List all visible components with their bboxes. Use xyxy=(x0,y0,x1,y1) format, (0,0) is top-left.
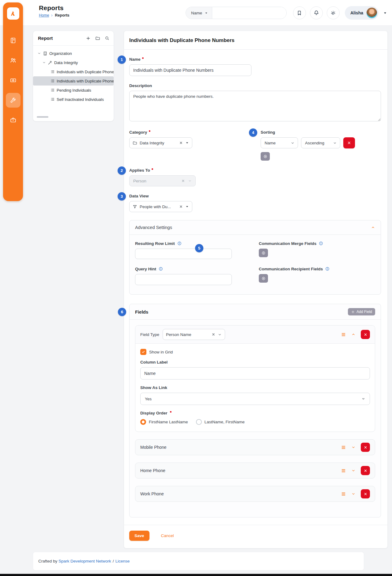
info-icon[interactable] xyxy=(325,266,330,271)
save-button[interactable]: Save xyxy=(129,531,149,541)
sidebar-item-groups[interactable] xyxy=(6,53,21,68)
rock-logo[interactable] xyxy=(7,7,19,20)
clear-icon xyxy=(181,179,185,183)
sidebar-item-admin[interactable] xyxy=(6,113,21,128)
bookmark-button[interactable] xyxy=(293,6,306,19)
delete-field-button[interactable] xyxy=(361,489,370,498)
breadcrumb-current: Reports xyxy=(55,13,69,17)
description-field-group: Description People who have duplicate ph… xyxy=(129,83,381,123)
checkbox-checked[interactable] xyxy=(140,349,146,355)
chevron-down-icon[interactable] xyxy=(37,51,41,55)
people-icon xyxy=(10,57,17,64)
search-input[interactable] xyxy=(212,7,286,19)
delete-field-button[interactable] xyxy=(361,330,370,339)
tree-item-data-integrity[interactable]: Data Integrity xyxy=(33,58,114,67)
cancel-link[interactable]: Cancel xyxy=(161,533,174,538)
description-textarea[interactable]: People who have duplicate phone numbers. xyxy=(129,91,381,121)
sort-field-select[interactable]: Name xyxy=(261,137,298,148)
sorting-field-group: 4 Sorting Name Ascending xyxy=(261,130,381,161)
required-dot xyxy=(170,411,172,413)
tree-item-report[interactable]: Pending Individuals xyxy=(33,86,114,95)
footer-spark-link[interactable]: Spark Development Network xyxy=(58,559,111,563)
info-icon[interactable] xyxy=(318,241,323,246)
info-icon[interactable] xyxy=(177,241,182,246)
page-title: Reports xyxy=(39,4,70,12)
required-dot xyxy=(152,168,153,170)
caret-down-icon xyxy=(361,397,365,401)
chevron-up-icon[interactable] xyxy=(371,225,375,230)
caret-down-icon[interactable] xyxy=(185,141,189,145)
expand-field-icon[interactable] xyxy=(351,468,356,473)
radio-unselected[interactable] xyxy=(196,419,202,425)
sidebar-item-tools[interactable] xyxy=(6,93,21,108)
field-type-picker[interactable]: Person Name xyxy=(163,329,225,340)
name-label: Name xyxy=(129,57,141,62)
delete-field-button[interactable] xyxy=(361,443,370,452)
user-menu[interactable]: Alisha xyxy=(345,6,379,20)
radio-firstname-lastname[interactable]: FirstName LastName xyxy=(140,419,188,425)
sort-direction-select[interactable]: Ascending xyxy=(301,137,340,148)
chevron-down-icon[interactable] xyxy=(42,61,46,64)
report-tree: Organization Data Integrity Individuals … xyxy=(33,46,114,104)
caret-down-icon[interactable] xyxy=(185,205,189,208)
user-name: Alisha xyxy=(350,10,363,15)
drag-handle-icon[interactable] xyxy=(341,445,346,450)
data-view-picker[interactable]: People with Du... xyxy=(129,201,192,212)
name-input[interactable] xyxy=(129,64,251,76)
column-label-input[interactable] xyxy=(140,367,370,380)
search-filter-dropdown[interactable]: Name xyxy=(186,7,212,19)
show-as-link-label: Show As Link xyxy=(140,385,167,390)
tree-item-organization[interactable]: Organization xyxy=(33,49,114,58)
notifications-button[interactable] xyxy=(310,6,323,19)
drag-handle-icon[interactable] xyxy=(341,332,346,337)
expand-field-icon[interactable] xyxy=(351,492,356,496)
applies-to-select: Person xyxy=(129,175,196,186)
folder-icon[interactable] xyxy=(95,36,100,41)
name-field-group: 1 Name xyxy=(129,57,381,76)
fields-section: 6 Fields Add Field Field Type Person Nam… xyxy=(129,304,381,517)
breadcrumb-home-link[interactable]: Home xyxy=(39,13,49,17)
category-picker[interactable]: Data Integrity xyxy=(129,137,192,148)
data-view-value: People with Du... xyxy=(140,204,177,209)
global-search: Name xyxy=(186,7,287,19)
resulting-row-limit-input[interactable] xyxy=(135,249,232,259)
sidebar-item-people-directory[interactable] xyxy=(6,33,21,48)
add-report-icon[interactable] xyxy=(86,36,91,41)
theme-toggle-button[interactable] xyxy=(327,6,340,19)
add-sort-button[interactable] xyxy=(261,152,270,161)
clear-icon[interactable] xyxy=(212,333,215,336)
radio-selected[interactable] xyxy=(140,419,146,425)
sidebar-item-finance[interactable] xyxy=(6,73,21,88)
x-icon xyxy=(347,141,351,145)
search-icon[interactable] xyxy=(105,36,109,40)
applies-to-value: Person xyxy=(133,179,178,183)
query-hint-input[interactable] xyxy=(135,274,232,285)
info-icon[interactable] xyxy=(158,266,163,271)
x-icon xyxy=(364,333,368,337)
add-field-button[interactable]: Add Field xyxy=(348,308,375,315)
clear-icon[interactable] xyxy=(179,141,183,145)
tree-item-report[interactable]: Individuals with Duplicate Phone Numbers xyxy=(33,67,114,76)
clear-icon[interactable] xyxy=(179,205,183,208)
remove-sort-button[interactable] xyxy=(343,137,355,148)
add-merge-field-button[interactable] xyxy=(259,249,268,257)
advanced-settings-toggle[interactable]: Advanced Settings xyxy=(130,220,381,235)
tree-item-report[interactable]: Self Inactivated Individuals xyxy=(33,95,114,104)
category-field-group: Category Data Integrity xyxy=(129,130,261,161)
user-menu-caret-icon[interactable] xyxy=(383,11,387,15)
show-as-link-select[interactable]: Yes xyxy=(140,393,370,405)
footer-license-link[interactable]: License xyxy=(115,559,130,563)
delete-field-button[interactable] xyxy=(361,466,370,475)
drag-handle-icon[interactable] xyxy=(341,468,346,473)
tree-item-report-selected[interactable]: Individuals with Duplicate Phone Numbers xyxy=(33,76,114,86)
drag-handle-icon[interactable] xyxy=(341,491,346,497)
collapse-field-icon[interactable] xyxy=(351,332,356,337)
expand-field-icon[interactable] xyxy=(351,445,356,449)
radio-lastname-firstname[interactable]: LastName, FirstName xyxy=(196,419,245,425)
add-recipient-field-button[interactable] xyxy=(259,274,268,283)
chevron-down-icon[interactable] xyxy=(218,333,222,337)
show-in-grid-checkbox-row[interactable]: Show in Grid xyxy=(140,349,370,355)
required-dot xyxy=(149,130,150,132)
app-sidebar xyxy=(3,2,23,201)
tree-scrollbar-thumb[interactable] xyxy=(37,116,48,118)
